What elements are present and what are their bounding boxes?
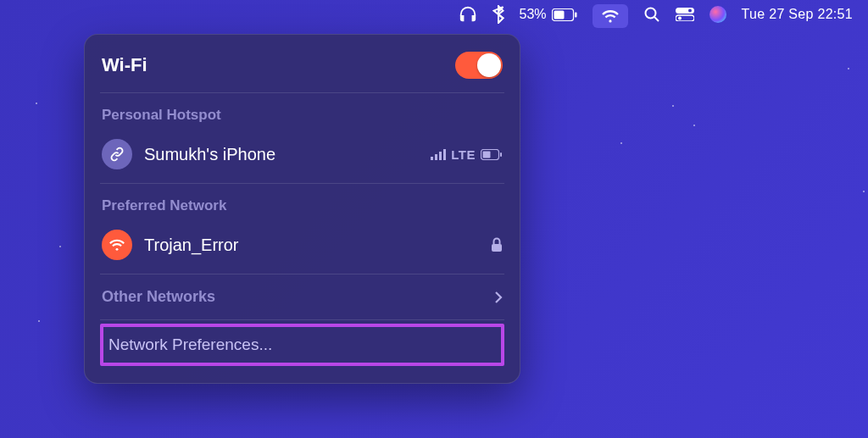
wifi-toggle[interactable] — [455, 52, 503, 79]
svg-rect-2 — [575, 12, 577, 17]
hotspot-status: LTE — [431, 147, 503, 162]
network-preferences-label: Network Preferences... — [108, 335, 272, 353]
wifi-toggle-knob — [477, 53, 501, 77]
divider — [100, 274, 504, 274]
signal-bars-icon — [431, 148, 446, 160]
svg-rect-1 — [554, 10, 564, 19]
svg-rect-14 — [483, 151, 491, 158]
battery-percent: 53% — [520, 7, 547, 22]
svg-rect-15 — [500, 152, 502, 157]
preferred-network-section-label: Preferred Network — [100, 186, 504, 223]
hotspot-device-name: Sumukh's iPhone — [144, 145, 419, 164]
headphones-icon[interactable] — [459, 0, 477, 29]
other-networks-row[interactable]: Other Networks — [100, 276, 504, 318]
chevron-right-icon — [494, 291, 503, 304]
menubar: 53% Tue 27 Sep 22:51 — [0, 0, 868, 29]
battery-status[interactable]: 53% — [520, 0, 577, 29]
divider — [100, 183, 504, 184]
preferred-network-row[interactable]: Trojan_Error — [100, 223, 504, 272]
datetime-text: Tue 27 Sep 22:51 — [742, 7, 853, 22]
wifi-circle-icon — [102, 230, 132, 260]
control-center-icon[interactable] — [676, 0, 694, 29]
svg-point-7 — [678, 17, 682, 20]
svg-point-8 — [688, 9, 692, 13]
svg-line-4 — [654, 17, 659, 21]
divider — [100, 319, 504, 320]
divider — [100, 92, 504, 93]
svg-rect-12 — [443, 149, 446, 160]
personal-hotspot-row[interactable]: Sumukh's iPhone LTE — [100, 132, 504, 181]
personal-hotspot-section-label: Personal Hotspot — [100, 95, 504, 132]
datetime-display[interactable]: Tue 27 Sep 22:51 — [742, 0, 853, 29]
svg-rect-11 — [439, 152, 442, 160]
svg-rect-9 — [431, 157, 433, 160]
wifi-title: Wi-Fi — [102, 54, 147, 76]
wifi-dropdown-panel: Wi-Fi Personal Hotspot Sumukh's iPhone L… — [84, 34, 520, 384]
other-networks-label: Other Networks — [102, 288, 215, 306]
lock-icon — [491, 237, 503, 252]
wifi-menubar-icon[interactable] — [593, 4, 628, 28]
svg-rect-16 — [492, 244, 502, 252]
hotspot-link-icon — [102, 139, 132, 169]
spotlight-search-icon[interactable] — [643, 0, 660, 29]
svg-point-3 — [645, 8, 655, 19]
bluetooth-icon[interactable] — [492, 0, 504, 29]
wifi-header-row: Wi-Fi — [100, 48, 504, 91]
svg-rect-10 — [435, 154, 437, 160]
hotspot-battery-icon — [481, 149, 503, 160]
siri-icon[interactable] — [709, 0, 726, 29]
battery-icon — [552, 8, 577, 21]
network-preferences-button[interactable]: Network Preferences... — [100, 324, 504, 366]
hotspot-lte-label: LTE — [451, 147, 476, 162]
preferred-network-name: Trojan_Error — [144, 236, 479, 255]
